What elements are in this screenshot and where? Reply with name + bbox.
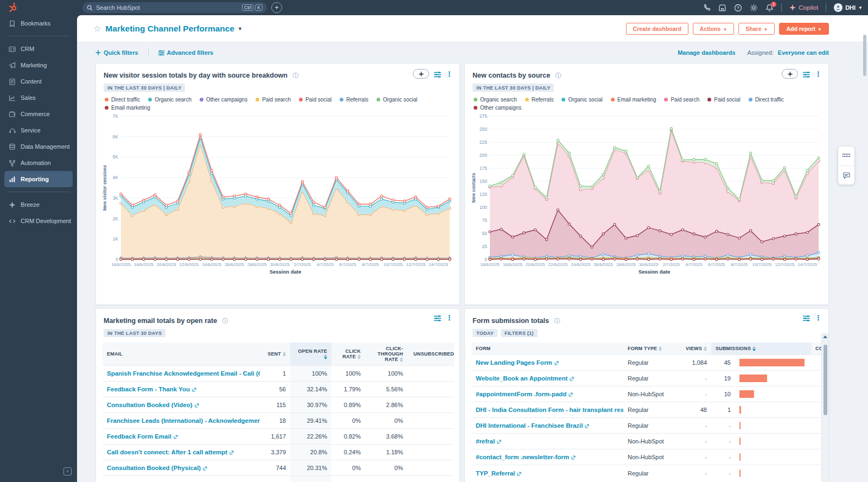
legend-item[interactable]: Organic search bbox=[148, 97, 192, 103]
scrollbar-thumb[interactable] bbox=[824, 345, 827, 415]
column-header-submissions[interactable]: SUBMISSIONS bbox=[711, 343, 811, 355]
sort-icon[interactable] bbox=[659, 346, 662, 352]
legend-item[interactable]: Referrals bbox=[525, 97, 554, 103]
scroll-up-arrow-icon[interactable] bbox=[823, 335, 827, 338]
form-link[interactable]: New Landing Pages Form bbox=[476, 359, 552, 366]
table-scrollbar[interactable] bbox=[821, 333, 828, 482]
legend-item[interactable]: Paid search bbox=[664, 97, 699, 103]
report-options-menu-icon[interactable]: ⋮ bbox=[815, 71, 822, 78]
copilot-button[interactable]: Copilot bbox=[789, 4, 818, 11]
quick-create-button[interactable]: + bbox=[271, 2, 282, 13]
sidebar-item-commerce[interactable]: Commerce bbox=[0, 106, 77, 122]
sort-icon[interactable] bbox=[400, 357, 403, 363]
column-header-form-type[interactable]: FORM TYPE bbox=[623, 343, 678, 355]
info-icon[interactable]: ⓘ bbox=[292, 72, 298, 79]
favorite-star-icon[interactable]: ☆ bbox=[93, 23, 101, 34]
legend-item[interactable]: Organic social bbox=[376, 97, 417, 103]
sort-icon[interactable] bbox=[324, 354, 327, 360]
user-account-menu[interactable]: DHI ▼ bbox=[834, 3, 863, 12]
column-header-email[interactable]: EMAIL bbox=[103, 343, 260, 366]
form-link[interactable]: Website_Book an Appointment bbox=[476, 375, 567, 382]
email-link[interactable]: Consultation Booked (Physical) bbox=[107, 465, 201, 471]
legend-item[interactable]: Organic social bbox=[561, 97, 602, 103]
column-header-unsubscribed[interactable]: UNSUBSCRIBED bbox=[407, 343, 454, 366]
notifications-bell-icon[interactable]: 1 bbox=[765, 4, 774, 12]
actions-button[interactable]: Actions▼ bbox=[693, 23, 734, 35]
new-contacts-area-chart[interactable]: 025507510012515017520022525027516/6/2025… bbox=[470, 112, 823, 286]
legend-item[interactable]: Referrals bbox=[340, 97, 368, 103]
data-grid-panel-tab[interactable] bbox=[838, 147, 854, 166]
column-header-click-rate[interactable]: CLICK RATE bbox=[331, 343, 365, 366]
sort-icon[interactable] bbox=[283, 352, 286, 357]
legend-item[interactable]: Email marketing bbox=[611, 97, 656, 103]
column-header-form[interactable]: FORM bbox=[471, 343, 623, 355]
form-link[interactable]: TYP_Referral bbox=[476, 470, 515, 477]
column-header-click-through-rate[interactable]: CLICK-THROUGH RATE bbox=[365, 343, 407, 366]
email-link[interactable]: Franchisee Leads (International) - Ackno… bbox=[107, 417, 260, 424]
sidebar-item-automation[interactable]: Automation bbox=[0, 155, 77, 171]
info-icon[interactable]: ⓘ bbox=[222, 318, 228, 324]
report-options-menu-icon[interactable]: ⋮ bbox=[815, 314, 822, 321]
sidebar-item-data-management[interactable]: Data Management bbox=[0, 138, 77, 155]
comments-panel-tab[interactable] bbox=[838, 166, 854, 185]
settings-gear-icon[interactable] bbox=[750, 4, 758, 12]
assigned-value-link[interactable]: Everyone can edit bbox=[778, 49, 829, 56]
sidebar-item-service[interactable]: Service bbox=[0, 122, 77, 138]
help-icon[interactable]: ? bbox=[734, 4, 742, 12]
quick-filters-button[interactable]: Quick filters bbox=[95, 49, 138, 56]
dashboard-switcher-caret-icon[interactable]: ▼ bbox=[238, 26, 242, 31]
email-link[interactable]: Consultation Booked (Video) bbox=[107, 402, 193, 408]
page-scrollbar[interactable] bbox=[863, 35, 866, 76]
sidebar-item-marketing[interactable]: Marketing bbox=[0, 57, 77, 73]
sidebar-collapse-button[interactable]: ‹ bbox=[63, 467, 72, 475]
report-filter-icon[interactable] bbox=[803, 71, 810, 78]
sort-icon[interactable] bbox=[704, 346, 707, 352]
sidebar-item-reporting[interactable]: Reporting bbox=[4, 171, 73, 187]
legend-item[interactable]: Direct traffic bbox=[749, 97, 784, 103]
column-header-sent[interactable]: SENT bbox=[260, 343, 290, 366]
sort-icon[interactable] bbox=[358, 354, 361, 360]
report-options-menu-icon[interactable]: ⋮ bbox=[446, 71, 453, 78]
sidebar-item-content[interactable]: Content bbox=[0, 73, 77, 90]
form-link[interactable]: #contact_form .newsletter-form bbox=[476, 454, 569, 460]
form-link[interactable]: DHI International - Franchisee Brazil bbox=[476, 422, 583, 429]
info-icon[interactable]: ⓘ bbox=[554, 318, 560, 324]
copilot-insights-button[interactable] bbox=[413, 69, 429, 79]
report-filter-icon[interactable] bbox=[434, 314, 441, 321]
email-link[interactable]: Feedback Form Email bbox=[107, 433, 171, 440]
legend-item[interactable]: Paid social bbox=[299, 97, 331, 103]
form-link[interactable]: #refral bbox=[476, 438, 495, 445]
legend-item[interactable]: Paid social bbox=[707, 97, 740, 103]
sidebar-item-crm-development[interactable]: CRM Development bbox=[0, 213, 77, 229]
sidebar-item-bookmarks[interactable]: Bookmarks bbox=[0, 15, 77, 31]
info-icon[interactable]: ⓘ bbox=[556, 72, 561, 79]
report-filter-icon[interactable] bbox=[803, 314, 810, 321]
column-header-views[interactable]: VIEWS bbox=[678, 343, 711, 355]
create-dashboard-button[interactable]: Create dashboard bbox=[626, 23, 688, 35]
email-link[interactable]: Feedback Form - Thank You bbox=[107, 386, 190, 392]
copilot-insights-button[interactable] bbox=[782, 69, 798, 79]
form-link[interactable]: #appointmentForm .form-padd bbox=[476, 391, 566, 397]
legend-item[interactable]: Direct traffic bbox=[105, 97, 140, 103]
calling-icon[interactable] bbox=[703, 4, 711, 12]
advanced-filters-button[interactable]: Advanced filters bbox=[158, 49, 214, 56]
sidebar-item-breeze[interactable]: Breeze bbox=[0, 196, 77, 213]
form-link[interactable]: DHI - India Consultation Form - hair tra… bbox=[476, 407, 623, 413]
report-options-menu-icon[interactable]: ⋮ bbox=[446, 314, 453, 321]
marketplace-icon[interactable] bbox=[718, 4, 726, 12]
sidebar-item-crm[interactable]: CRM bbox=[0, 41, 77, 57]
email-link[interactable]: Spanish Franchise Acknowledgement Email … bbox=[107, 370, 260, 377]
column-header-open-rate[interactable]: OPEN RATE bbox=[290, 343, 331, 366]
visitor-sessions-area-chart[interactable]: 01K2K3K4K5K6K7K16/6/202518/6/202520/6/20… bbox=[101, 112, 454, 286]
report-filter-icon[interactable] bbox=[434, 71, 441, 78]
share-button[interactable]: Share▼ bbox=[738, 23, 775, 35]
legend-item[interactable]: Other campaigns bbox=[200, 97, 247, 103]
search-input[interactable]: Search HubSpot Ctrl K bbox=[82, 2, 267, 13]
legend-item[interactable]: Organic search bbox=[474, 97, 517, 103]
legend-item[interactable]: Other campaigns bbox=[474, 105, 521, 111]
hubspot-logo-icon[interactable] bbox=[8, 2, 18, 13]
legend-item[interactable]: Paid search bbox=[256, 97, 291, 103]
sidebar-item-sales[interactable]: Sales bbox=[0, 90, 77, 106]
add-report-button[interactable]: Add report▼ bbox=[779, 23, 829, 35]
manage-dashboards-link[interactable]: Manage dashboards bbox=[678, 49, 735, 56]
